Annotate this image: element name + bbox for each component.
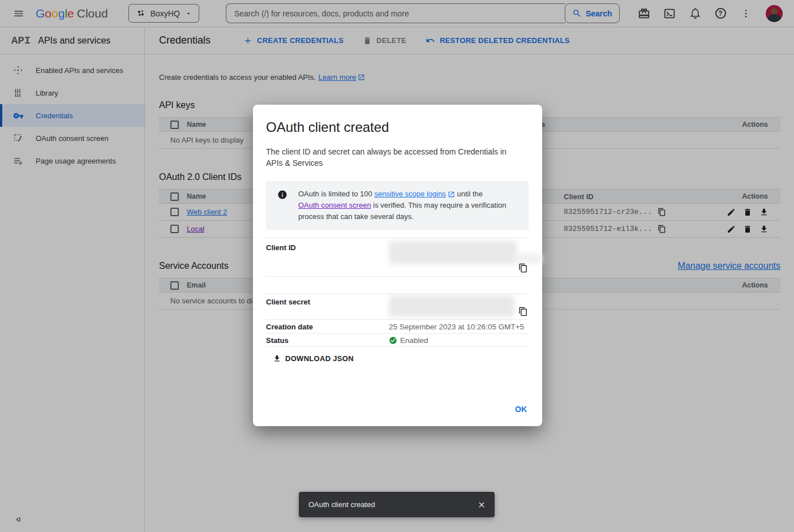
close-icon[interactable] [477, 500, 486, 509]
download-json-button[interactable]: DOWNLOAD JSON [273, 354, 354, 363]
creation-date-row: Creation date 25 September 2023 at 10:26… [266, 319, 529, 333]
snackbar-message: OAuth client created [308, 500, 375, 509]
copy-client-id-icon[interactable] [518, 263, 528, 273]
oauth-client-created-dialog: OAuth client created The client ID and s… [253, 105, 542, 426]
client-id-row: Client ID [266, 238, 529, 276]
dialog-title: OAuth client created [253, 105, 542, 135]
info-icon [266, 188, 298, 222]
creation-date-label: Creation date [266, 323, 389, 331]
download-icon [273, 354, 281, 363]
snackbar: OAuth client created [299, 492, 495, 517]
creation-date-value: 25 September 2023 at 10:26:05 GMT+5 [389, 323, 524, 331]
dialog-subtitle: The client ID and secret can always be a… [266, 146, 523, 169]
status-enabled-icon [389, 336, 397, 345]
status-row: Status Enabled [266, 333, 529, 347]
external-link-icon [448, 191, 455, 198]
dialog-fields: Client ID Client secret Creation date 25… [266, 238, 529, 347]
oauth-consent-screen-link[interactable]: OAuth consent screen [298, 200, 371, 211]
sensitive-scope-logins-link[interactable]: sensitive scope logins [374, 188, 454, 200]
status-badge: Enabled [400, 336, 428, 345]
redacted-client-id [389, 241, 517, 264]
status-label: Status [266, 336, 389, 345]
client-secret-row: Client secret [266, 294, 529, 319]
client-id-label: Client ID [266, 238, 389, 276]
redacted-client-secret [389, 295, 514, 317]
spacer-row [266, 276, 529, 294]
client-secret-label: Client secret [266, 294, 389, 319]
ok-button[interactable]: OK [515, 405, 527, 414]
copy-client-secret-icon[interactable] [518, 307, 528, 316]
oauth-limit-notice: OAuth is limited to 100 sensitive scope … [266, 181, 529, 230]
